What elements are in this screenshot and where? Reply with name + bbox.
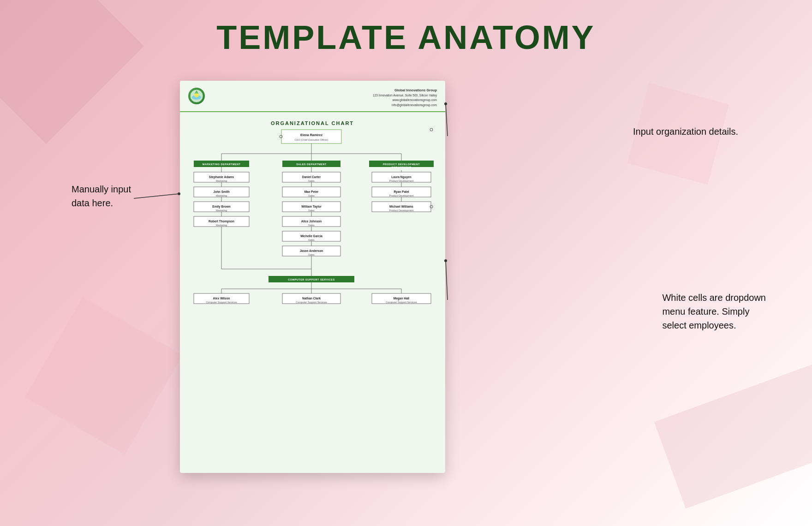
svg-text:Nathan Clark: Nathan Clark bbox=[302, 297, 321, 300]
svg-text:Ryan Patel: Ryan Patel bbox=[394, 190, 409, 194]
page-title: TEMPLATE ANATOMY bbox=[0, 0, 812, 70]
svg-line-96 bbox=[446, 104, 448, 136]
svg-text:PRODUCT DEVELOPMENT: PRODUCT DEVELOPMENT bbox=[383, 163, 420, 166]
svg-text:Product Development: Product Development bbox=[389, 179, 414, 182]
annotation-right-bottom-line3: select employees. bbox=[662, 318, 766, 332]
annotation-right-bottom-line1: White cells are dropdown bbox=[662, 291, 766, 305]
svg-text:Megan Hall: Megan Hall bbox=[394, 297, 410, 300]
svg-text:William Taylor: William Taylor bbox=[301, 205, 322, 209]
annotation-right-bottom: White cells are dropdown menu feature. S… bbox=[662, 291, 766, 332]
org-chart-document: Global Innovations Group 123 Innovation … bbox=[180, 81, 445, 473]
svg-text:Sales: Sales bbox=[308, 209, 315, 212]
svg-text:Robert Thompson: Robert Thompson bbox=[209, 220, 234, 223]
svg-text:Computer Support Services: Computer Support Services bbox=[296, 301, 327, 304]
svg-text:Jason Anderson: Jason Anderson bbox=[300, 249, 323, 252]
svg-text:ORGANIZATIONAL CHART: ORGANIZATIONAL CHART bbox=[271, 120, 354, 126]
company-name: Global Innovations Group bbox=[373, 88, 437, 93]
company-info: Global Innovations Group 123 Innovation … bbox=[373, 88, 437, 108]
svg-text:COMPUTER SUPPORT SERVICES: COMPUTER SUPPORT SERVICES bbox=[288, 278, 334, 281]
svg-text:Alice Johnson: Alice Johnson bbox=[301, 220, 322, 223]
svg-text:Computer Support Services: Computer Support Services bbox=[206, 301, 237, 304]
svg-text:Alex Wilson: Alex Wilson bbox=[213, 297, 230, 300]
svg-rect-4 bbox=[281, 130, 341, 143]
svg-text:Marketing: Marketing bbox=[216, 224, 227, 227]
svg-text:CEO (Chief Executive Officer): CEO (Chief Executive Officer) bbox=[295, 138, 328, 141]
company-email: info@globalinnovationsgroup.com bbox=[373, 103, 437, 108]
org-chart-svg: ORGANIZATIONAL CHART Elena Ramirez CEO (… bbox=[180, 112, 445, 473]
svg-text:Daniel Carter: Daniel Carter bbox=[302, 175, 321, 179]
svg-line-94 bbox=[134, 194, 179, 198]
svg-text:Marketing: Marketing bbox=[216, 209, 227, 212]
svg-text:Sales: Sales bbox=[308, 179, 315, 182]
svg-text:John Smith: John Smith bbox=[213, 190, 229, 193]
svg-line-98 bbox=[446, 261, 448, 300]
svg-text:Mae Peter: Mae Peter bbox=[304, 190, 319, 193]
svg-text:Sales: Sales bbox=[308, 194, 315, 197]
svg-text:Michael Williams: Michael Williams bbox=[389, 205, 413, 208]
annotation-left: Manually input data here. bbox=[72, 182, 131, 210]
logo-icon bbox=[188, 88, 205, 104]
annotation-left-line1: Manually input bbox=[72, 182, 131, 196]
svg-text:Michelle Garcia: Michelle Garcia bbox=[300, 234, 322, 238]
svg-text:Sales: Sales bbox=[308, 224, 315, 227]
svg-text:MARKETING DEPARTMENT: MARKETING DEPARTMENT bbox=[203, 163, 241, 166]
svg-text:Emily Brown: Emily Brown bbox=[212, 205, 230, 209]
annotation-right-top: Input organization details. bbox=[633, 125, 738, 138]
svg-text:DEPARTMENT: DEPARTMENT bbox=[392, 166, 412, 169]
svg-text:Product Development: Product Development bbox=[389, 209, 414, 212]
svg-text:Marketing: Marketing bbox=[216, 194, 227, 197]
svg-text:Laura Nguyen: Laura Nguyen bbox=[391, 175, 411, 179]
svg-text:Elena Ramirez: Elena Ramirez bbox=[300, 133, 322, 137]
svg-text:Stephanie Adams: Stephanie Adams bbox=[209, 175, 234, 179]
company-address: 123 Innovation Avenue, Suite 500, Silico… bbox=[373, 93, 437, 98]
svg-text:Marketing: Marketing bbox=[216, 179, 227, 182]
svg-text:Sales: Sales bbox=[308, 239, 315, 241]
svg-text:Product Development: Product Development bbox=[389, 194, 414, 197]
svg-text:Computer Support Services: Computer Support Services bbox=[386, 301, 417, 304]
company-website: www.globalinnovationsgroup.com bbox=[373, 98, 437, 102]
annotation-right-bottom-line2: menu feature. Simply bbox=[662, 305, 766, 318]
annotation-left-line2: data here. bbox=[72, 196, 131, 210]
svg-point-93 bbox=[430, 128, 433, 131]
doc-header: Global Innovations Group 123 Innovation … bbox=[180, 81, 445, 112]
svg-text:Sales: Sales bbox=[308, 253, 315, 256]
company-logo bbox=[188, 88, 205, 104]
svg-text:SALES DEPARTMENT: SALES DEPARTMENT bbox=[296, 163, 327, 166]
annotation-right-top-line1: Input organization details. bbox=[633, 125, 738, 138]
